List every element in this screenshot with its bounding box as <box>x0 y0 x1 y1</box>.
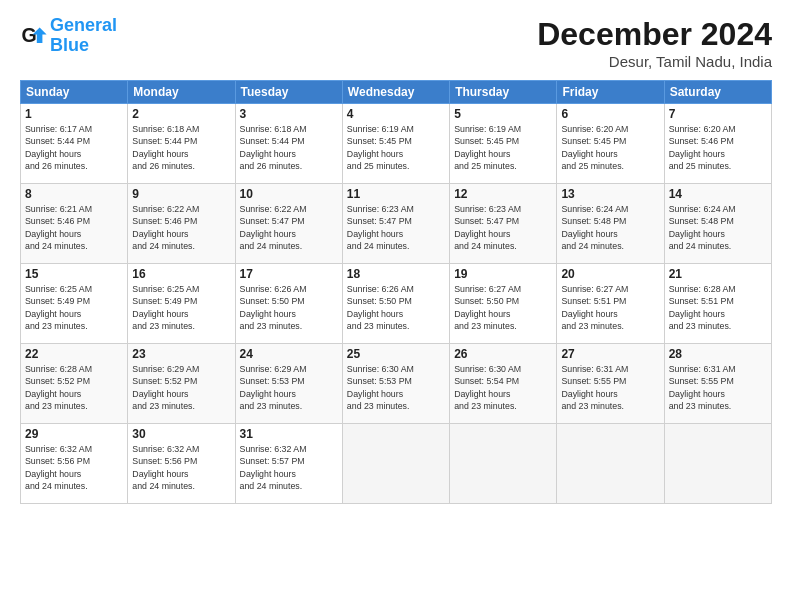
day-num-27: 27 <box>561 347 659 361</box>
day-cell-2: 2 Sunrise: 6:18 AM Sunset: 5:44 PM Dayli… <box>128 104 235 184</box>
day-cell-15: 15 Sunrise: 6:25 AM Sunset: 5:49 PM Dayl… <box>21 264 128 344</box>
day-num-25: 25 <box>347 347 445 361</box>
day-cell-16: 16 Sunrise: 6:25 AM Sunset: 5:49 PM Dayl… <box>128 264 235 344</box>
day-num-15: 15 <box>25 267 123 281</box>
day-info-28: Sunrise: 6:31 AM Sunset: 5:55 PM Dayligh… <box>669 363 767 412</box>
day-info-22: Sunrise: 6:28 AM Sunset: 5:52 PM Dayligh… <box>25 363 123 412</box>
day-cell-27: 27 Sunrise: 6:31 AM Sunset: 5:55 PM Dayl… <box>557 344 664 424</box>
day-info-16: Sunrise: 6:25 AM Sunset: 5:49 PM Dayligh… <box>132 283 230 332</box>
day-num-24: 24 <box>240 347 338 361</box>
day-info-6: Sunrise: 6:20 AM Sunset: 5:45 PM Dayligh… <box>561 123 659 172</box>
day-cell-17: 17 Sunrise: 6:26 AM Sunset: 5:50 PM Dayl… <box>235 264 342 344</box>
day-info-14: Sunrise: 6:24 AM Sunset: 5:48 PM Dayligh… <box>669 203 767 252</box>
day-num-7: 7 <box>669 107 767 121</box>
day-num-31: 31 <box>240 427 338 441</box>
day-num-5: 5 <box>454 107 552 121</box>
col-wednesday: Wednesday <box>342 81 449 104</box>
day-num-11: 11 <box>347 187 445 201</box>
day-num-21: 21 <box>669 267 767 281</box>
week-row-4: 22 Sunrise: 6:28 AM Sunset: 5:52 PM Dayl… <box>21 344 772 424</box>
day-cell-19: 19 Sunrise: 6:27 AM Sunset: 5:50 PM Dayl… <box>450 264 557 344</box>
cal-title: December 2024 <box>537 16 772 53</box>
day-cell-4: 4 Sunrise: 6:19 AM Sunset: 5:45 PM Dayli… <box>342 104 449 184</box>
page: G General Blue December 2024 Desur, Tami… <box>0 0 792 612</box>
day-info-10: Sunrise: 6:22 AM Sunset: 5:47 PM Dayligh… <box>240 203 338 252</box>
empty-cell <box>450 424 557 504</box>
cal-subtitle: Desur, Tamil Nadu, India <box>537 53 772 70</box>
day-cell-18: 18 Sunrise: 6:26 AM Sunset: 5:50 PM Dayl… <box>342 264 449 344</box>
day-num-26: 26 <box>454 347 552 361</box>
day-num-3: 3 <box>240 107 338 121</box>
day-num-13: 13 <box>561 187 659 201</box>
empty-cell <box>664 424 771 504</box>
day-num-29: 29 <box>25 427 123 441</box>
day-num-20: 20 <box>561 267 659 281</box>
logo-icon: G <box>20 22 48 50</box>
day-cell-7: 7 Sunrise: 6:20 AM Sunset: 5:46 PM Dayli… <box>664 104 771 184</box>
day-num-12: 12 <box>454 187 552 201</box>
day-num-23: 23 <box>132 347 230 361</box>
day-cell-13: 13 Sunrise: 6:24 AM Sunset: 5:48 PM Dayl… <box>557 184 664 264</box>
day-num-16: 16 <box>132 267 230 281</box>
day-cell-3: 3 Sunrise: 6:18 AM Sunset: 5:44 PM Dayli… <box>235 104 342 184</box>
week-row-5: 29 Sunrise: 6:32 AM Sunset: 5:56 PM Dayl… <box>21 424 772 504</box>
day-cell-11: 11 Sunrise: 6:23 AM Sunset: 5:47 PM Dayl… <box>342 184 449 264</box>
day-info-31: Sunrise: 6:32 AM Sunset: 5:57 PM Dayligh… <box>240 443 338 492</box>
col-tuesday: Tuesday <box>235 81 342 104</box>
col-thursday: Thursday <box>450 81 557 104</box>
day-info-4: Sunrise: 6:19 AM Sunset: 5:45 PM Dayligh… <box>347 123 445 172</box>
day-info-23: Sunrise: 6:29 AM Sunset: 5:52 PM Dayligh… <box>132 363 230 412</box>
calendar: Sunday Monday Tuesday Wednesday Thursday… <box>20 80 772 504</box>
day-info-2: Sunrise: 6:18 AM Sunset: 5:44 PM Dayligh… <box>132 123 230 172</box>
day-cell-23: 23 Sunrise: 6:29 AM Sunset: 5:52 PM Dayl… <box>128 344 235 424</box>
day-cell-22: 22 Sunrise: 6:28 AM Sunset: 5:52 PM Dayl… <box>21 344 128 424</box>
day-info-7: Sunrise: 6:20 AM Sunset: 5:46 PM Dayligh… <box>669 123 767 172</box>
day-num-30: 30 <box>132 427 230 441</box>
day-num-10: 10 <box>240 187 338 201</box>
day-info-24: Sunrise: 6:29 AM Sunset: 5:53 PM Dayligh… <box>240 363 338 412</box>
day-num-6: 6 <box>561 107 659 121</box>
day-info-20: Sunrise: 6:27 AM Sunset: 5:51 PM Dayligh… <box>561 283 659 332</box>
day-info-26: Sunrise: 6:30 AM Sunset: 5:54 PM Dayligh… <box>454 363 552 412</box>
day-cell-29: 29 Sunrise: 6:32 AM Sunset: 5:56 PM Dayl… <box>21 424 128 504</box>
day-cell-6: 6 Sunrise: 6:20 AM Sunset: 5:45 PM Dayli… <box>557 104 664 184</box>
logo-line1: General <box>50 15 117 35</box>
day-cell-20: 20 Sunrise: 6:27 AM Sunset: 5:51 PM Dayl… <box>557 264 664 344</box>
day-info-17: Sunrise: 6:26 AM Sunset: 5:50 PM Dayligh… <box>240 283 338 332</box>
day-info-1: Sunrise: 6:17 AM Sunset: 5:44 PM Dayligh… <box>25 123 123 172</box>
day-cell-21: 21 Sunrise: 6:28 AM Sunset: 5:51 PM Dayl… <box>664 264 771 344</box>
day-info-12: Sunrise: 6:23 AM Sunset: 5:47 PM Dayligh… <box>454 203 552 252</box>
logo-line2: Blue <box>50 35 89 55</box>
week-row-2: 8 Sunrise: 6:21 AM Sunset: 5:46 PM Dayli… <box>21 184 772 264</box>
day-info-19: Sunrise: 6:27 AM Sunset: 5:50 PM Dayligh… <box>454 283 552 332</box>
title-block: December 2024 Desur, Tamil Nadu, India <box>537 16 772 70</box>
day-info-8: Sunrise: 6:21 AM Sunset: 5:46 PM Dayligh… <box>25 203 123 252</box>
day-info-30: Sunrise: 6:32 AM Sunset: 5:56 PM Dayligh… <box>132 443 230 492</box>
col-monday: Monday <box>128 81 235 104</box>
day-info-3: Sunrise: 6:18 AM Sunset: 5:44 PM Dayligh… <box>240 123 338 172</box>
day-info-13: Sunrise: 6:24 AM Sunset: 5:48 PM Dayligh… <box>561 203 659 252</box>
day-num-14: 14 <box>669 187 767 201</box>
col-friday: Friday <box>557 81 664 104</box>
day-num-17: 17 <box>240 267 338 281</box>
day-info-27: Sunrise: 6:31 AM Sunset: 5:55 PM Dayligh… <box>561 363 659 412</box>
day-num-28: 28 <box>669 347 767 361</box>
day-num-9: 9 <box>132 187 230 201</box>
header-row: Sunday Monday Tuesday Wednesday Thursday… <box>21 81 772 104</box>
day-cell-28: 28 Sunrise: 6:31 AM Sunset: 5:55 PM Dayl… <box>664 344 771 424</box>
day-cell-25: 25 Sunrise: 6:30 AM Sunset: 5:53 PM Dayl… <box>342 344 449 424</box>
day-num-2: 2 <box>132 107 230 121</box>
day-cell-10: 10 Sunrise: 6:22 AM Sunset: 5:47 PM Dayl… <box>235 184 342 264</box>
week-row-3: 15 Sunrise: 6:25 AM Sunset: 5:49 PM Dayl… <box>21 264 772 344</box>
day-cell-24: 24 Sunrise: 6:29 AM Sunset: 5:53 PM Dayl… <box>235 344 342 424</box>
empty-cell <box>557 424 664 504</box>
empty-cell <box>342 424 449 504</box>
logo-text: General Blue <box>50 16 117 56</box>
day-cell-8: 8 Sunrise: 6:21 AM Sunset: 5:46 PM Dayli… <box>21 184 128 264</box>
day-cell-31: 31 Sunrise: 6:32 AM Sunset: 5:57 PM Dayl… <box>235 424 342 504</box>
day-info-5: Sunrise: 6:19 AM Sunset: 5:45 PM Dayligh… <box>454 123 552 172</box>
day-info-29: Sunrise: 6:32 AM Sunset: 5:56 PM Dayligh… <box>25 443 123 492</box>
day-info-21: Sunrise: 6:28 AM Sunset: 5:51 PM Dayligh… <box>669 283 767 332</box>
day-info-18: Sunrise: 6:26 AM Sunset: 5:50 PM Dayligh… <box>347 283 445 332</box>
day-num-8: 8 <box>25 187 123 201</box>
